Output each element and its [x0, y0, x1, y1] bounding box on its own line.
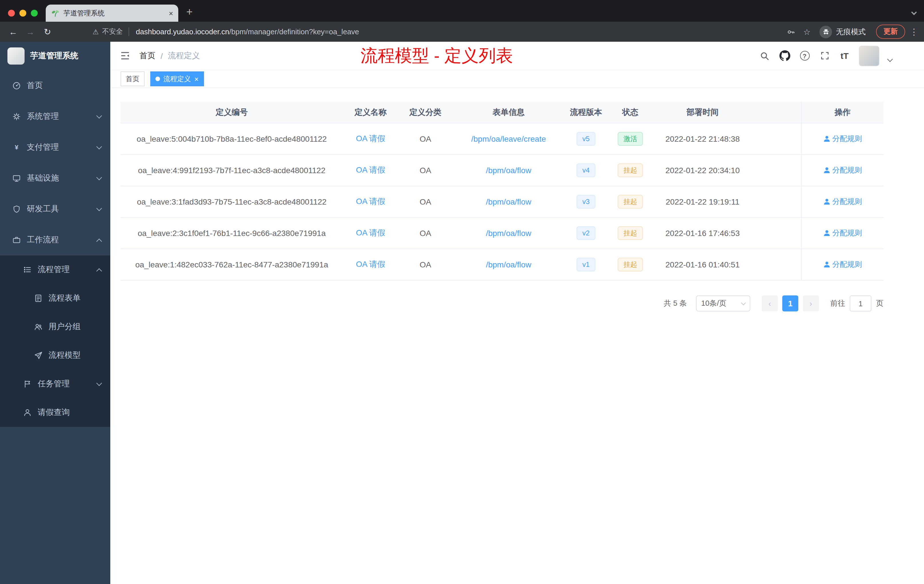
close-window-button[interactable] [8, 10, 15, 16]
send-icon [33, 351, 43, 360]
pagination-total: 共 5 条 [664, 298, 687, 308]
assign-rule-link[interactable]: 分配规则 [832, 259, 862, 270]
monitor-icon [12, 173, 21, 183]
form-info-link[interactable]: /bpm/oa/leave/create [471, 134, 546, 144]
header-actions: ? tT [759, 45, 892, 66]
assign-rule-link[interactable]: 分配规则 [832, 134, 862, 144]
sidebar-item-process-manage[interactable]: 流程管理 [0, 256, 110, 284]
person-icon [823, 198, 830, 205]
definition-category: OA [398, 124, 452, 154]
font-size-icon[interactable]: tT [839, 50, 850, 61]
definition-name-link[interactable]: OA 请假 [356, 228, 385, 238]
chrome-update-button[interactable]: 更新 [876, 25, 905, 39]
macos-window-controls [8, 10, 38, 16]
chevron-down-icon [96, 205, 102, 211]
browser-menu-icon[interactable]: ⋮ [910, 26, 918, 37]
column-header-form-info: 表单信息 [452, 102, 564, 123]
form-info-link[interactable]: /bpm/oa/flow [486, 166, 531, 175]
version-badge: v1 [577, 258, 595, 271]
back-button[interactable]: ← [6, 24, 21, 39]
breadcrumb-home-link[interactable]: 首页 [139, 51, 155, 61]
sidebar-menu: 首页 系统管理 ¥ 支付管理 基础设施 研发工具 工作流程 流程管理 流程表单 … [0, 70, 110, 584]
tag-close-icon[interactable]: × [194, 75, 198, 82]
assign-rule-link[interactable]: 分配规则 [832, 196, 862, 207]
tab-search-chevron-icon[interactable] [911, 10, 917, 15]
tab-close-icon[interactable]: × [169, 9, 173, 17]
page-size-select[interactable]: 10条/页 [696, 295, 750, 312]
tags-bar: 首页 流程定义 × [110, 70, 924, 88]
sidebar-item-label: 支付管理 [27, 142, 97, 153]
next-page-button[interactable]: › [803, 295, 819, 312]
forward-button[interactable]: → [23, 24, 38, 39]
assign-rule-link[interactable]: 分配规则 [832, 165, 862, 175]
sidebar-logo[interactable]: 芋道管理系统 [0, 42, 110, 70]
prev-page-button[interactable]: ‹ [762, 295, 778, 312]
zoom-window-button[interactable] [31, 10, 38, 16]
assign-rule-link[interactable]: 分配规则 [832, 228, 862, 238]
definition-name-link[interactable]: OA 请假 [356, 196, 385, 207]
sidebar-fold-icon[interactable] [119, 50, 131, 61]
sidebar-item-label: 任务管理 [38, 379, 97, 389]
sidebar-item-workflow[interactable]: 工作流程 [0, 224, 110, 256]
sidebar-item-system[interactable]: 系统管理 [0, 101, 110, 132]
chevron-down-icon [96, 174, 102, 180]
sidebar-item-home[interactable]: 首页 [0, 70, 110, 101]
search-icon[interactable] [759, 50, 770, 61]
chevron-down-icon [96, 144, 102, 149]
sidebar-item-label: 首页 [27, 81, 101, 91]
minimize-window-button[interactable] [20, 10, 26, 16]
refresh-button[interactable]: ↻ [40, 24, 55, 39]
process-definition-table: 定义编号 定义名称 定义分类 表单信息 流程版本 状态 部署时间 操作 oa_l… [120, 102, 883, 280]
sidebar-item-process-form[interactable]: 流程表单 [0, 284, 110, 313]
goto-page-input[interactable] [850, 295, 871, 312]
form-icon [33, 294, 43, 303]
github-icon[interactable] [779, 50, 790, 61]
person-icon [823, 261, 830, 268]
browser-tab[interactable]: 芋道管理系统 × [46, 5, 178, 22]
tag-item[interactable]: 首页 [120, 71, 145, 86]
version-badge: v2 [577, 226, 595, 240]
deploy-time: 2022-01-22 21:48:38 [653, 124, 752, 154]
status-badge: 激活 [618, 132, 643, 146]
page-1-button[interactable]: 1 [782, 295, 798, 312]
sidebar-item-label: 研发工具 [27, 204, 97, 214]
bookmark-star-icon[interactable]: ☆ [800, 25, 814, 39]
definition-id: oa_leave:1:482ec033-762a-11ec-8477-a2380… [120, 249, 343, 280]
sidebar-item-label: 工作流程 [27, 235, 97, 245]
chevron-down-icon [96, 112, 102, 118]
sidebar-item-process-model[interactable]: 流程模型 [0, 341, 110, 370]
help-icon[interactable]: ? [799, 50, 810, 61]
browser-toolbar: ← → ↻ ⚠ 不安全 dashboard.yudao.iocoder.cn/b… [0, 22, 924, 42]
sidebar-item-label: 流程表单 [49, 293, 101, 304]
sidebar-item-payment[interactable]: ¥ 支付管理 [0, 132, 110, 163]
new-tab-button[interactable]: + [186, 6, 193, 18]
warning-icon: ⚠ [92, 28, 99, 36]
security-chip[interactable]: ⚠ 不安全 [92, 27, 123, 36]
incognito-label: 无痕模式 [836, 26, 866, 37]
question-glyph: ? [803, 52, 806, 59]
definition-name-link[interactable]: OA 请假 [356, 165, 385, 175]
form-info-link[interactable]: /bpm/oa/flow [486, 260, 531, 269]
definition-id: oa_leave:3:1fad3d93-7b75-11ec-a3c8-acde4… [120, 186, 343, 217]
sidebar-item-user-group[interactable]: 用户分组 [0, 313, 110, 341]
sidebar-item-infra[interactable]: 基础设施 [0, 163, 110, 194]
definition-category: OA [398, 155, 452, 186]
tag-item[interactable]: 流程定义 × [150, 71, 204, 86]
column-header-definition-name: 定义名称 [343, 102, 398, 123]
form-info-link[interactable]: /bpm/oa/flow [486, 197, 531, 206]
fullscreen-icon[interactable] [819, 50, 830, 61]
deploy-time: 2022-01-22 19:19:11 [653, 186, 752, 217]
sidebar-item-leave-query[interactable]: 请假查询 [0, 398, 110, 427]
sidebar-item-label: 系统管理 [27, 111, 97, 122]
address-bar[interactable]: dashboard.yudao.iocoder.cn/bpm/manager/d… [136, 27, 359, 36]
password-key-icon[interactable] [784, 25, 798, 39]
definition-name-link[interactable]: OA 请假 [356, 259, 385, 270]
sidebar-item-task-manage[interactable]: 任务管理 [0, 370, 110, 398]
sidebar-item-devtools[interactable]: 研发工具 [0, 194, 110, 224]
svg-text:¥: ¥ [15, 144, 18, 151]
chevron-down-icon[interactable] [887, 56, 893, 62]
user-avatar[interactable] [859, 45, 879, 66]
form-info-link[interactable]: /bpm/oa/flow [486, 229, 531, 238]
url-path: /bpm/manager/definition?key=oa_leave [229, 27, 359, 36]
definition-name-link[interactable]: OA 请假 [356, 134, 385, 144]
